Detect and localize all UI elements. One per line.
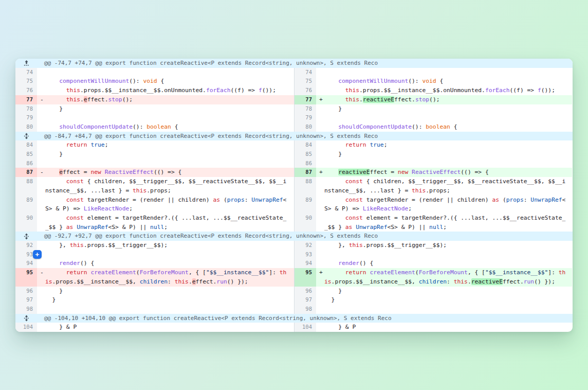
- line-number[interactable]: 76: [295, 86, 316, 95]
- line-number[interactable]: 88: [295, 177, 316, 195]
- line-number[interactable]: 97: [295, 295, 316, 305]
- diff-row: 85 }85 }: [15, 150, 573, 159]
- diff-side-right: 96 }: [294, 287, 572, 296]
- code-line: [316, 305, 572, 314]
- expand-up-button[interactable]: [15, 59, 37, 68]
- diff-side-left: 74: [15, 68, 294, 77]
- diff-side-right: 90 const element = targetRender?.({ ...l…: [294, 214, 572, 232]
- diff-side-right: 93: [294, 250, 572, 259]
- line-number[interactable]: 80: [295, 122, 316, 132]
- line-number[interactable]: 94: [15, 259, 37, 268]
- line-number[interactable]: 90: [295, 214, 316, 232]
- line-number[interactable]: 74: [295, 68, 316, 77]
- expand-both-button[interactable]: [15, 132, 37, 141]
- diff-side-left: 104 } & P: [15, 323, 294, 332]
- code-line: [316, 68, 572, 77]
- code-line: const targetRender = (render || children…: [37, 196, 294, 214]
- line-number[interactable]: 77: [295, 95, 316, 104]
- line-number[interactable]: 97: [15, 295, 37, 305]
- line-number[interactable]: 104: [15, 323, 37, 332]
- line-number[interactable]: 87: [15, 168, 37, 177]
- diff-side-left: 96 }: [15, 287, 294, 296]
- line-number[interactable]: 93: [295, 250, 316, 259]
- diff-row: 93+93: [15, 250, 573, 259]
- expand-up-icon: [23, 60, 30, 66]
- diff-side-left: 85 }: [15, 150, 294, 159]
- line-number[interactable]: 78: [295, 104, 316, 114]
- code-line: }: [37, 104, 294, 114]
- hunk-header: @@ -104,10 +104,10 @@ export function cr…: [15, 314, 573, 323]
- diff-side-left: 95- return createElement(ForBeforeMount,…: [15, 268, 294, 286]
- hunk-header-text: @@ -74,7 +74,7 @@ export function create…: [37, 59, 573, 68]
- line-number[interactable]: 88: [15, 177, 37, 195]
- line-number[interactable]: 87: [295, 168, 316, 177]
- diff-row: 95- return createElement(ForBeforeMount,…: [15, 268, 573, 286]
- line-number[interactable]: 79: [15, 113, 37, 122]
- line-number[interactable]: 95: [15, 268, 37, 286]
- diff-marker: -: [40, 268, 44, 277]
- add-comment-button[interactable]: +: [33, 250, 42, 259]
- diff-side-left: 75 componentWillUnmount(): void {: [15, 77, 294, 86]
- diff-side-right: 94 render() {: [294, 259, 572, 268]
- line-number[interactable]: 75: [15, 77, 37, 86]
- line-number[interactable]: 74: [15, 68, 37, 77]
- line-number[interactable]: 77: [15, 95, 37, 104]
- diff-row: 89 const targetRender = (render || child…: [15, 196, 573, 214]
- code-line: }: [316, 150, 572, 159]
- diff-side-right: 97 }: [294, 295, 572, 305]
- diff-side-right: 76 this.props.$$__instance__$$.onUnmount…: [294, 86, 572, 95]
- line-number[interactable]: 85: [15, 150, 37, 159]
- word-diff-highlight: reactiveE: [363, 96, 394, 103]
- line-number[interactable]: 94: [295, 259, 316, 268]
- line-number[interactable]: 89: [15, 196, 37, 214]
- hunk-header-text: @@ -92,7 +92,7 @@ export function create…: [37, 232, 573, 241]
- line-number[interactable]: 76: [15, 86, 37, 95]
- code-line: }: [316, 287, 572, 296]
- diff-row: 88 const { children, $$__trigger__$$, $$…: [15, 177, 573, 195]
- code-line: return true;: [316, 140, 572, 150]
- code-line: }: [316, 104, 572, 114]
- diff-row: 77- this.effect.stop();77+ this.reactive…: [15, 95, 573, 104]
- line-number[interactable]: 75: [295, 77, 316, 86]
- diff-side-right: 95+ return createElement(ForBeforeMount,…: [294, 268, 572, 286]
- word-diff-highlight: e: [84, 96, 87, 103]
- hunk-header-text: @@ -84,7 +84,7 @@ export function create…: [37, 132, 573, 141]
- diff-side-left: 79: [15, 113, 294, 122]
- line-number[interactable]: 98: [295, 305, 316, 314]
- diff-side-left: 76 this.props.$$__instance__$$.onUnmount…: [15, 86, 294, 95]
- code-line: const { children, $$__trigger__$$, $$__r…: [316, 177, 572, 195]
- expand-both-button[interactable]: [15, 314, 37, 323]
- code-line: componentWillUnmount(): void {: [316, 77, 572, 86]
- hunk-header: @@ -84,7 +84,7 @@ export function create…: [15, 132, 573, 141]
- diff-row: 104 } & P104 } & P: [15, 323, 573, 332]
- diff-side-left: 78 }: [15, 104, 294, 114]
- code-line: return true;: [37, 140, 294, 150]
- code-line: [316, 250, 572, 259]
- line-number[interactable]: 95: [295, 268, 316, 286]
- line-number[interactable]: 96: [295, 287, 316, 296]
- line-number[interactable]: 96: [15, 287, 37, 296]
- line-number[interactable]: 86: [15, 159, 37, 168]
- diff-side-right: 84 return true;: [294, 140, 572, 150]
- hunk-header-text: @@ -104,10 +104,10 @@ export function cr…: [37, 314, 573, 323]
- diff-row: 80 shouldComponentUpdate(): boolean {80 …: [15, 122, 573, 132]
- line-number[interactable]: 85: [295, 150, 316, 159]
- diff-side-left: 89 const targetRender = (render || child…: [15, 196, 294, 214]
- line-number[interactable]: 86: [295, 159, 316, 168]
- line-number[interactable]: 84: [15, 140, 37, 150]
- line-number[interactable]: 84: [295, 140, 316, 150]
- line-number[interactable]: 92: [15, 241, 37, 250]
- code-line: [316, 113, 572, 122]
- word-diff-highlight: e: [59, 169, 63, 175]
- expand-both-button[interactable]: [15, 232, 37, 241]
- line-number[interactable]: 79: [295, 113, 316, 122]
- diff-side-right: 87+ reactiveEffect = new ReactiveEffect(…: [294, 168, 572, 177]
- line-number[interactable]: 92: [295, 241, 316, 250]
- line-number[interactable]: 90: [15, 214, 37, 232]
- line-number[interactable]: 80: [15, 122, 37, 132]
- line-number[interactable]: 104: [295, 323, 316, 332]
- word-diff-highlight: reactiveE: [338, 169, 370, 175]
- line-number[interactable]: 89: [295, 196, 316, 214]
- line-number[interactable]: 98: [15, 305, 37, 314]
- line-number[interactable]: 78: [15, 104, 37, 114]
